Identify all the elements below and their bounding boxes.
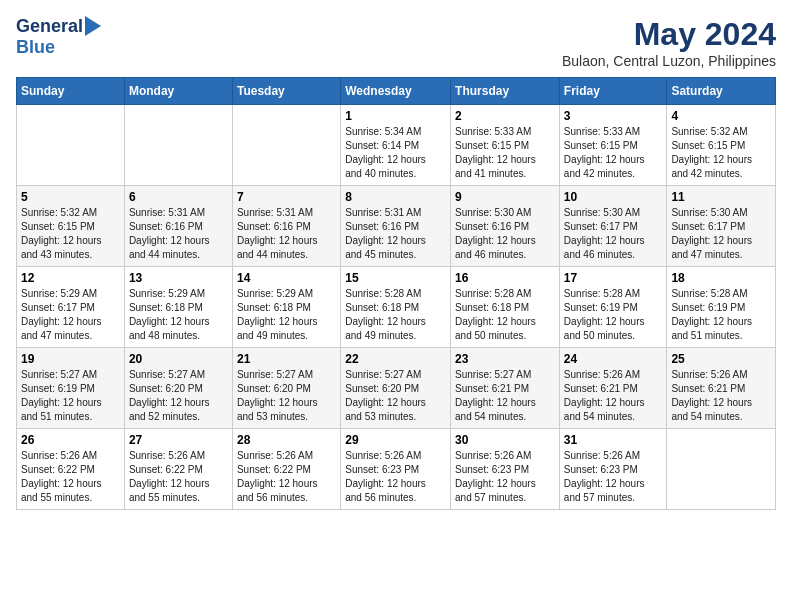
day-number: 29 xyxy=(345,433,446,447)
calendar-cell xyxy=(17,105,125,186)
day-number: 12 xyxy=(21,271,120,285)
day-number: 3 xyxy=(564,109,663,123)
calendar-cell: 21Sunrise: 5:27 AM Sunset: 6:20 PM Dayli… xyxy=(232,348,340,429)
day-number: 25 xyxy=(671,352,771,366)
weekday-header-wednesday: Wednesday xyxy=(341,78,451,105)
calendar-table: SundayMondayTuesdayWednesdayThursdayFrid… xyxy=(16,77,776,510)
weekday-header-tuesday: Tuesday xyxy=(232,78,340,105)
day-number: 14 xyxy=(237,271,336,285)
day-info: Sunrise: 5:27 AM Sunset: 6:20 PM Dayligh… xyxy=(237,368,336,424)
day-number: 2 xyxy=(455,109,555,123)
day-number: 5 xyxy=(21,190,120,204)
logo-chevron-icon xyxy=(85,16,101,36)
week-row-3: 12Sunrise: 5:29 AM Sunset: 6:17 PM Dayli… xyxy=(17,267,776,348)
calendar-cell xyxy=(124,105,232,186)
day-number: 8 xyxy=(345,190,446,204)
page-header: General Blue May 2024 Bulaon, Central Lu… xyxy=(16,16,776,69)
day-info: Sunrise: 5:29 AM Sunset: 6:18 PM Dayligh… xyxy=(237,287,336,343)
day-number: 11 xyxy=(671,190,771,204)
week-row-4: 19Sunrise: 5:27 AM Sunset: 6:19 PM Dayli… xyxy=(17,348,776,429)
day-info: Sunrise: 5:28 AM Sunset: 6:19 PM Dayligh… xyxy=(671,287,771,343)
calendar-cell: 29Sunrise: 5:26 AM Sunset: 6:23 PM Dayli… xyxy=(341,429,451,510)
day-info: Sunrise: 5:27 AM Sunset: 6:19 PM Dayligh… xyxy=(21,368,120,424)
calendar-cell: 10Sunrise: 5:30 AM Sunset: 6:17 PM Dayli… xyxy=(559,186,667,267)
calendar-cell: 5Sunrise: 5:32 AM Sunset: 6:15 PM Daylig… xyxy=(17,186,125,267)
calendar-cell: 27Sunrise: 5:26 AM Sunset: 6:22 PM Dayli… xyxy=(124,429,232,510)
location-subtitle: Bulaon, Central Luzon, Philippines xyxy=(562,53,776,69)
day-number: 30 xyxy=(455,433,555,447)
day-info: Sunrise: 5:31 AM Sunset: 6:16 PM Dayligh… xyxy=(345,206,446,262)
calendar-cell: 18Sunrise: 5:28 AM Sunset: 6:19 PM Dayli… xyxy=(667,267,776,348)
day-info: Sunrise: 5:28 AM Sunset: 6:18 PM Dayligh… xyxy=(345,287,446,343)
day-info: Sunrise: 5:31 AM Sunset: 6:16 PM Dayligh… xyxy=(237,206,336,262)
day-number: 16 xyxy=(455,271,555,285)
logo: General Blue xyxy=(16,16,83,58)
day-info: Sunrise: 5:27 AM Sunset: 6:20 PM Dayligh… xyxy=(345,368,446,424)
day-info: Sunrise: 5:26 AM Sunset: 6:23 PM Dayligh… xyxy=(455,449,555,505)
calendar-cell: 15Sunrise: 5:28 AM Sunset: 6:18 PM Dayli… xyxy=(341,267,451,348)
calendar-cell: 9Sunrise: 5:30 AM Sunset: 6:16 PM Daylig… xyxy=(451,186,560,267)
day-info: Sunrise: 5:26 AM Sunset: 6:21 PM Dayligh… xyxy=(671,368,771,424)
calendar-cell: 2Sunrise: 5:33 AM Sunset: 6:15 PM Daylig… xyxy=(451,105,560,186)
weekday-header-thursday: Thursday xyxy=(451,78,560,105)
calendar-cell: 12Sunrise: 5:29 AM Sunset: 6:17 PM Dayli… xyxy=(17,267,125,348)
calendar-cell: 16Sunrise: 5:28 AM Sunset: 6:18 PM Dayli… xyxy=(451,267,560,348)
day-number: 15 xyxy=(345,271,446,285)
calendar-cell: 20Sunrise: 5:27 AM Sunset: 6:20 PM Dayli… xyxy=(124,348,232,429)
day-info: Sunrise: 5:32 AM Sunset: 6:15 PM Dayligh… xyxy=(671,125,771,181)
day-info: Sunrise: 5:26 AM Sunset: 6:22 PM Dayligh… xyxy=(21,449,120,505)
day-info: Sunrise: 5:33 AM Sunset: 6:15 PM Dayligh… xyxy=(564,125,663,181)
calendar-cell: 3Sunrise: 5:33 AM Sunset: 6:15 PM Daylig… xyxy=(559,105,667,186)
calendar-cell: 4Sunrise: 5:32 AM Sunset: 6:15 PM Daylig… xyxy=(667,105,776,186)
day-info: Sunrise: 5:27 AM Sunset: 6:20 PM Dayligh… xyxy=(129,368,228,424)
day-info: Sunrise: 5:26 AM Sunset: 6:23 PM Dayligh… xyxy=(345,449,446,505)
day-number: 9 xyxy=(455,190,555,204)
calendar-cell: 30Sunrise: 5:26 AM Sunset: 6:23 PM Dayli… xyxy=(451,429,560,510)
calendar-cell xyxy=(232,105,340,186)
week-row-2: 5Sunrise: 5:32 AM Sunset: 6:15 PM Daylig… xyxy=(17,186,776,267)
calendar-cell: 8Sunrise: 5:31 AM Sunset: 6:16 PM Daylig… xyxy=(341,186,451,267)
day-number: 13 xyxy=(129,271,228,285)
day-number: 24 xyxy=(564,352,663,366)
day-info: Sunrise: 5:29 AM Sunset: 6:18 PM Dayligh… xyxy=(129,287,228,343)
day-number: 20 xyxy=(129,352,228,366)
day-number: 7 xyxy=(237,190,336,204)
day-info: Sunrise: 5:33 AM Sunset: 6:15 PM Dayligh… xyxy=(455,125,555,181)
day-number: 28 xyxy=(237,433,336,447)
calendar-cell: 13Sunrise: 5:29 AM Sunset: 6:18 PM Dayli… xyxy=(124,267,232,348)
day-number: 31 xyxy=(564,433,663,447)
day-info: Sunrise: 5:31 AM Sunset: 6:16 PM Dayligh… xyxy=(129,206,228,262)
calendar-cell: 24Sunrise: 5:26 AM Sunset: 6:21 PM Dayli… xyxy=(559,348,667,429)
weekday-header-row: SundayMondayTuesdayWednesdayThursdayFrid… xyxy=(17,78,776,105)
day-number: 4 xyxy=(671,109,771,123)
day-info: Sunrise: 5:26 AM Sunset: 6:21 PM Dayligh… xyxy=(564,368,663,424)
week-row-5: 26Sunrise: 5:26 AM Sunset: 6:22 PM Dayli… xyxy=(17,429,776,510)
day-number: 22 xyxy=(345,352,446,366)
day-number: 19 xyxy=(21,352,120,366)
weekday-header-sunday: Sunday xyxy=(17,78,125,105)
day-info: Sunrise: 5:28 AM Sunset: 6:18 PM Dayligh… xyxy=(455,287,555,343)
calendar-cell: 1Sunrise: 5:34 AM Sunset: 6:14 PM Daylig… xyxy=(341,105,451,186)
day-number: 23 xyxy=(455,352,555,366)
weekday-header-saturday: Saturday xyxy=(667,78,776,105)
week-row-1: 1Sunrise: 5:34 AM Sunset: 6:14 PM Daylig… xyxy=(17,105,776,186)
calendar-cell: 19Sunrise: 5:27 AM Sunset: 6:19 PM Dayli… xyxy=(17,348,125,429)
day-info: Sunrise: 5:26 AM Sunset: 6:22 PM Dayligh… xyxy=(129,449,228,505)
calendar-cell: 22Sunrise: 5:27 AM Sunset: 6:20 PM Dayli… xyxy=(341,348,451,429)
calendar-cell: 31Sunrise: 5:26 AM Sunset: 6:23 PM Dayli… xyxy=(559,429,667,510)
day-info: Sunrise: 5:30 AM Sunset: 6:17 PM Dayligh… xyxy=(671,206,771,262)
calendar-cell: 6Sunrise: 5:31 AM Sunset: 6:16 PM Daylig… xyxy=(124,186,232,267)
day-number: 21 xyxy=(237,352,336,366)
day-info: Sunrise: 5:32 AM Sunset: 6:15 PM Dayligh… xyxy=(21,206,120,262)
day-number: 1 xyxy=(345,109,446,123)
day-number: 6 xyxy=(129,190,228,204)
day-info: Sunrise: 5:28 AM Sunset: 6:19 PM Dayligh… xyxy=(564,287,663,343)
svg-marker-0 xyxy=(85,16,101,36)
day-number: 27 xyxy=(129,433,228,447)
weekday-header-monday: Monday xyxy=(124,78,232,105)
day-info: Sunrise: 5:30 AM Sunset: 6:16 PM Dayligh… xyxy=(455,206,555,262)
day-info: Sunrise: 5:29 AM Sunset: 6:17 PM Dayligh… xyxy=(21,287,120,343)
day-info: Sunrise: 5:27 AM Sunset: 6:21 PM Dayligh… xyxy=(455,368,555,424)
calendar-cell xyxy=(667,429,776,510)
calendar-cell: 14Sunrise: 5:29 AM Sunset: 6:18 PM Dayli… xyxy=(232,267,340,348)
